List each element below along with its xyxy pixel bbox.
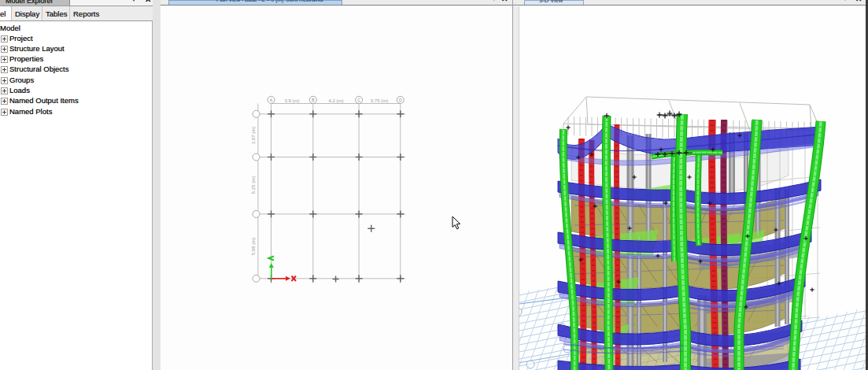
svg-text:D: D [399,98,402,102]
svg-text:C: C [357,98,360,102]
svg-text:3.9 (m): 3.9 (m) [284,98,299,103]
svg-text:4.2 (m): 4.2 (m) [328,98,343,103]
svg-text:5.08 (m): 5.08 (m) [251,238,256,255]
svg-text:5.25 (m): 5.25 (m) [251,176,256,194]
svg-text:3.75 (m): 3.75 (m) [371,98,388,103]
svg-text:3.97 (m): 3.97 (m) [251,127,256,144]
